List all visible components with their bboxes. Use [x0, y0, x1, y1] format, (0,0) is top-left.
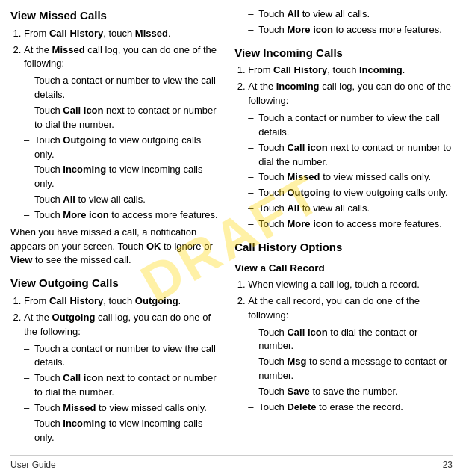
missed-calls-steps: From Call History, touch Missed. At the …	[24, 27, 223, 72]
missed-calls-note: When you have missed a call, a notificat…	[10, 226, 223, 268]
list-item: At the Missed call log, you can do one o…	[24, 43, 223, 72]
list-item: Touch Call icon to dial the contact or n…	[248, 326, 453, 354]
bold-text: Delete	[287, 401, 316, 412]
bold-text: Missed	[63, 402, 96, 413]
bold-text: Call History	[49, 28, 103, 39]
bold-text: Call icon	[63, 372, 103, 383]
list-item: Touch Delete to erase the record.	[248, 401, 453, 415]
bold-text: All	[287, 203, 299, 214]
bold-text: Outgoing	[52, 312, 96, 323]
list-item: At the call record, you can do one of th…	[248, 294, 453, 323]
bold-text: Outgoing	[63, 135, 106, 146]
incoming-calls-steps: From Call History, touch Incoming. At th…	[248, 64, 453, 108]
bold-text: Save	[287, 386, 309, 397]
bold-text: Incoming	[63, 164, 106, 175]
outgoing-calls-substeps: Touch a contact or number to view the ca…	[24, 342, 223, 445]
list-item: At the Outgoing call log, you can do one…	[24, 311, 223, 339]
left-column: View Missed Calls From Call History, tou…	[10, 7, 223, 448]
list-item: Touch More icon to access more features.	[248, 217, 453, 232]
list-item: Touch a contact or number to view the ca…	[24, 342, 223, 371]
bold-text: Outgoing	[287, 187, 330, 198]
call-record-substeps: Touch Call icon to dial the contact or n…	[248, 326, 453, 415]
list-item: Touch a contact or number to view the ca…	[248, 111, 453, 140]
missed-calls-title: View Missed Calls	[10, 7, 223, 24]
missed-calls-substeps: Touch a contact or number to view the ca…	[24, 74, 223, 222]
list-item: Touch Incoming to view incoming calls on…	[24, 417, 223, 445]
incoming-calls-substeps: Touch a contact or number to view the ca…	[248, 111, 453, 232]
bold-text: Msg	[287, 356, 306, 367]
list-item: Touch All to view all calls.	[24, 193, 223, 207]
list-item: Touch More icon to access more features.	[24, 208, 223, 223]
outgoing-calls-steps: From Call History, touch Outgoing. At th…	[24, 294, 223, 339]
bold-text: View	[10, 254, 32, 265]
list-item: Touch Msg to send a message to contact o…	[248, 355, 453, 383]
list-item: Touch All to view all calls.	[248, 7, 453, 22]
bold-text: All	[63, 194, 75, 205]
list-item: Touch All to view all calls.	[248, 202, 453, 216]
list-item: From Call History, touch Missed.	[24, 27, 223, 41]
bold-text: Incoming	[276, 81, 320, 92]
list-item: Touch Outgoing to view outgoing calls on…	[248, 186, 453, 200]
list-item: Touch Call icon next to contact or numbe…	[24, 371, 223, 400]
bold-text: OK	[146, 241, 161, 252]
call-history-options-title: Call History Options	[234, 239, 453, 256]
bold-text: Call icon	[63, 105, 103, 116]
bold-text: Call History	[273, 64, 327, 75]
list-item: Touch Outgoing to view outgoing calls on…	[24, 134, 223, 162]
page-content: View Missed Calls From Call History, tou…	[10, 7, 453, 448]
list-item: Touch Incoming to view incoming calls on…	[24, 163, 223, 191]
footer-right: 23	[443, 459, 453, 472]
outgoing-extra-substeps: Touch All to view all calls. Touch More …	[248, 7, 453, 37]
list-item: Touch a contact or number to view the ca…	[24, 74, 223, 102]
list-item: When viewing a call log, touch a record.	[248, 278, 453, 292]
footer-left: User Guide	[10, 459, 56, 472]
list-item: Touch Call icon next to contact or numbe…	[248, 141, 453, 170]
outgoing-calls-title: View Outgoing Calls	[10, 275, 223, 291]
list-item: At the Incoming call log, you can do one…	[248, 80, 453, 108]
bold-text: Call icon	[287, 327, 327, 338]
bold-text: More icon	[287, 218, 332, 229]
list-item: From Call History, touch Incoming.	[248, 64, 453, 78]
bold-text: Missed	[52, 44, 85, 55]
footer: User Guide 23	[10, 455, 453, 472]
bold-text: Missed	[135, 28, 168, 39]
list-item: Touch Missed to view missed calls only.	[248, 170, 453, 185]
bold-text: Outgoing	[135, 295, 178, 306]
list-item: From Call History, touch Outgoing.	[24, 294, 223, 309]
list-item: Touch Missed to view missed calls only.	[24, 401, 223, 415]
call-record-steps: When viewing a call log, touch a record.…	[248, 278, 453, 323]
right-column: Touch All to view all calls. Touch More …	[234, 7, 453, 448]
incoming-calls-title: View Incoming Calls	[234, 45, 453, 61]
bold-text: Incoming	[63, 418, 106, 429]
bold-text: Missed	[287, 171, 320, 182]
bold-text: Call icon	[287, 142, 327, 153]
list-item: Touch Call icon next to contact or numbe…	[24, 104, 223, 132]
list-item: Touch Save to save the number.	[248, 385, 453, 399]
bold-text: Incoming	[359, 64, 403, 75]
bold-text: All	[287, 8, 299, 19]
bold-text: More icon	[287, 24, 332, 35]
view-call-record-subtitle: View a Call Record	[234, 261, 453, 276]
bold-text: More icon	[63, 209, 108, 220]
bold-text: Call History	[49, 295, 103, 306]
list-item: Touch More icon to access more features.	[248, 23, 453, 37]
